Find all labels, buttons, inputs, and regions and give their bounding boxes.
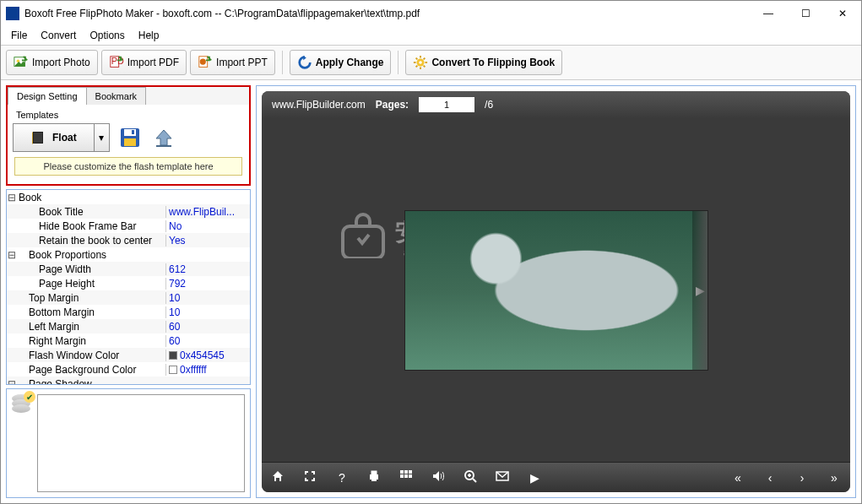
window-title: Boxoft Free FlipPhoto Maker - boxoft.com… [24,8,750,19]
property-key: Top Margin [17,292,165,304]
property-value[interactable]: Yes [165,235,250,247]
import-ppt-button[interactable]: Import PPT [190,50,275,75]
svg-line-13 [424,66,426,68]
property-row[interactable]: ⊟Book [7,190,250,204]
expand-icon[interactable]: ⊟ [7,378,17,385]
menu-file[interactable]: File [4,28,34,43]
property-value[interactable]: 60 [165,321,250,333]
svg-line-12 [416,58,418,60]
book-page[interactable]: ▶ [404,210,708,371]
sound-icon[interactable] [431,469,446,485]
menu-convert[interactable]: Convert [34,28,83,43]
svg-rect-25 [404,470,408,474]
watermark-logo [338,211,388,264]
play-icon[interactable]: ▶ [527,471,542,485]
svg-rect-26 [409,470,412,474]
tab-design-setting[interactable]: Design Setting [8,87,87,105]
apply-change-label: Apply Change [316,57,384,68]
property-key: Page Background Color [17,364,165,376]
close-button[interactable]: ✕ [824,1,861,26]
settings-tabs: Design Setting Bookmark [8,87,249,105]
property-row[interactable]: ⊟Book Proportions [7,247,250,262]
property-row[interactable]: Bottom Margin10 [7,305,250,319]
toolbar-separator [398,51,398,74]
first-page-icon[interactable]: « [730,471,745,485]
prev-page-icon[interactable]: ‹ [762,471,778,485]
property-value[interactable]: 10 [165,292,250,304]
import-ppt-label: Import PPT [216,57,268,68]
fullscreen-icon[interactable] [302,469,317,485]
svg-rect-19 [132,130,134,134]
expand-icon[interactable]: ⊟ [7,249,17,261]
svg-rect-24 [400,470,404,474]
template-selector[interactable]: Float ▾ [13,123,110,152]
preview-viewer: www.FlipBuilder.com Pages: /6 安下载 anxz.c… [262,91,850,492]
import-pdf-button[interactable]: PDF Import PDF [101,50,187,75]
next-page-arrow[interactable]: ▶ [696,284,705,297]
svg-rect-23 [371,478,377,481]
property-row[interactable]: Left Margin60 [7,319,250,333]
property-row[interactable]: Top Margin10 [7,290,250,305]
property-value[interactable]: 612 [165,263,250,275]
floppy-icon [119,127,141,149]
property-row[interactable]: ⊟Page Shadow [7,377,250,384]
convert-book-label: Convert To Flipping Book [431,57,555,68]
property-value[interactable]: No [165,220,250,232]
menu-bar: File Convert Options Help [1,26,861,45]
property-value[interactable]: 60 [165,335,250,347]
import-photo-button[interactable]: Import Photo [6,50,98,75]
print-icon[interactable] [366,469,382,485]
toolbar: Import Photo PDF Import PDF Import PPT A… [1,45,861,80]
refresh-icon [297,55,312,70]
property-row[interactable]: Page Background Color0xffffff [7,362,250,377]
svg-line-31 [473,479,476,482]
zoom-icon[interactable] [463,469,478,485]
property-value[interactable]: 792 [165,278,250,290]
last-page-icon[interactable]: » [827,471,842,485]
property-row[interactable]: Flash Window Color0x454545 [7,348,250,362]
property-key: Book Proportions [17,249,165,261]
thumbnails-icon[interactable] [398,469,414,485]
pdf-icon: PDF [109,55,124,70]
property-row[interactable]: Book Titlewww.FlipBuil... [7,204,250,219]
svg-rect-22 [371,471,377,474]
export-template-button[interactable] [150,124,177,151]
menu-help[interactable]: Help [132,28,166,43]
database-icon[interactable]: ✔ [12,394,32,415]
tab-bookmark[interactable]: Bookmark [86,87,147,105]
home-icon[interactable] [270,469,285,485]
template-hint: Please customize the flash template here [14,157,242,176]
property-value[interactable]: 0x454545 [165,350,250,361]
property-row[interactable]: Page Width612 [7,262,250,276]
save-template-button[interactable] [117,124,144,151]
apply-change-button[interactable]: Apply Change [290,50,392,75]
minimize-button[interactable]: — [750,1,787,26]
property-row[interactable]: Right Margin60 [7,333,250,348]
svg-rect-28 [404,474,408,478]
import-photo-label: Import Photo [32,57,90,68]
page-content-image [405,211,707,370]
convert-book-button[interactable]: Convert To Flipping Book [405,50,562,75]
property-value[interactable]: www.FlipBuil... [165,206,250,218]
property-value[interactable]: 0xffffff [165,364,250,376]
main-area: Design Setting Bookmark Templates Float … [1,80,861,503]
property-key: Hide Book Frame Bar [17,220,165,232]
menu-options[interactable]: Options [83,28,131,43]
property-value[interactable]: 10 [165,306,250,318]
template-dropdown-icon[interactable]: ▾ [94,124,109,151]
property-key: Page Width [17,263,165,275]
email-icon[interactable] [495,469,510,485]
expand-icon[interactable]: ⊟ [7,192,17,203]
svg-line-14 [416,66,418,68]
svg-rect-20 [156,145,171,147]
property-row[interactable]: Page Height792 [7,276,250,290]
property-row[interactable]: Retain the book to centerYes [7,233,250,247]
property-key: Page Shadow [17,378,165,385]
maximize-button[interactable]: ☐ [787,1,824,26]
property-row[interactable]: Hide Book Frame BarNo [7,219,250,233]
page-number-input[interactable] [419,97,474,112]
preview-stage[interactable]: 安下载 anxz.com ▶ [262,118,850,462]
next-page-icon[interactable]: › [794,471,810,485]
property-grid[interactable]: ⊟BookBook Titlewww.FlipBuil...Hide Book … [6,189,251,385]
help-icon[interactable]: ? [334,471,350,485]
